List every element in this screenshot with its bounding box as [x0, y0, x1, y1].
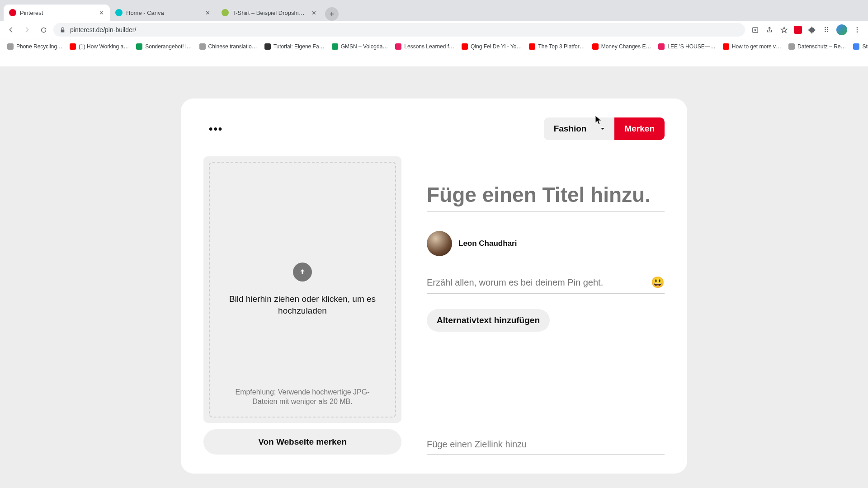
bookmark-label: The Top 3 Platfor… — [538, 43, 585, 50]
more-options-button[interactable]: ••• — [203, 122, 223, 135]
bookmark-favicon-icon — [592, 43, 599, 50]
board-name: Fashion — [554, 124, 587, 134]
bookmark-label: Qing Fei De Yi - Yo… — [471, 43, 522, 50]
favicon-icon — [9, 9, 16, 16]
back-button[interactable] — [5, 23, 17, 36]
browser-tab[interactable]: T-Shirt – Beispiel Dropshippin… ✕ — [216, 5, 322, 21]
favicon-icon — [222, 9, 229, 16]
save-from-web-button[interactable]: Von Webseite merken — [203, 429, 401, 455]
close-icon[interactable]: ✕ — [98, 9, 104, 16]
address-bar-row: pinterest.de/pin-builder/ ⠿ — [0, 21, 868, 39]
bookmark-item[interactable]: Lessons Learned f… — [392, 41, 457, 52]
title-input[interactable] — [427, 183, 665, 212]
page-canvas: ••• Fashion Merken Bild hierhin ziehen o… — [0, 67, 868, 488]
bookmark-item[interactable]: The Top 3 Platfor… — [526, 41, 587, 52]
install-icon[interactable] — [750, 25, 760, 34]
avatar[interactable] — [427, 231, 452, 256]
card-header: ••• Fashion Merken — [203, 117, 665, 140]
alt-text-button[interactable]: Alternativtext hinzufügen — [427, 309, 550, 332]
bookmark-favicon-icon — [136, 43, 142, 50]
bookmark-label: Chinese translatio… — [208, 43, 257, 50]
bookmark-favicon-icon — [264, 43, 271, 50]
favicon-icon — [115, 9, 123, 16]
star-icon[interactable] — [779, 25, 788, 34]
kebab-icon[interactable] — [853, 25, 862, 34]
toolbar-right: ⠿ — [749, 24, 863, 35]
bookmark-label: LEE 'S HOUSE—… — [667, 43, 715, 50]
reload-button[interactable] — [37, 23, 50, 36]
bookmark-item[interactable]: (1) How Working a… — [67, 41, 132, 52]
upload-icon — [293, 263, 312, 282]
svg-point-1 — [857, 27, 858, 28]
tab-title: Pinterest — [20, 9, 94, 16]
svg-point-3 — [857, 31, 858, 33]
bookmark-label: (1) How Working a… — [79, 43, 129, 50]
dropzone[interactable]: Bild hierhin ziehen oder klicken, um es … — [203, 156, 401, 423]
bookmark-item[interactable]: Datenschutz – Re… — [786, 41, 849, 52]
author-name: Leon Chaudhari — [458, 239, 517, 248]
bookmark-item[interactable]: LEE 'S HOUSE—… — [656, 41, 718, 52]
destination-link-input[interactable] — [427, 439, 665, 455]
bookmark-label: Phone Recycling… — [16, 43, 62, 50]
tab-title: Home - Canva — [126, 9, 201, 16]
forward-button[interactable] — [21, 23, 33, 36]
bookmark-item[interactable]: Sonderangebot! l… — [133, 41, 194, 52]
board-select[interactable]: Fashion — [544, 117, 615, 140]
browser-tab-active[interactable]: Pinterest ✕ — [4, 5, 110, 21]
bookmark-item[interactable]: Phone Recycling… — [5, 41, 65, 52]
close-icon[interactable]: ✕ — [204, 9, 211, 16]
bookmark-item[interactable]: How to get more v… — [720, 41, 784, 52]
bookmark-favicon-icon — [332, 43, 338, 50]
new-tab-button[interactable] — [325, 7, 339, 21]
bookmark-item[interactable]: Chinese translatio… — [197, 41, 260, 52]
details-column: Leon Chaudhari 😃 Alternativtext hinzufüg… — [427, 156, 665, 455]
close-icon[interactable]: ✕ — [311, 9, 317, 16]
lock-icon — [60, 27, 66, 33]
bookmark-favicon-icon — [853, 43, 859, 50]
bookmark-label: Tutorial: Eigene Fa… — [274, 43, 325, 50]
page-header-strip — [0, 53, 868, 67]
bookmark-item[interactable]: GMSN – Vologda… — [329, 41, 391, 52]
chevron-down-icon — [599, 125, 606, 132]
pinterest-ext-icon[interactable] — [794, 26, 802, 34]
share-icon[interactable] — [765, 25, 774, 34]
bookmark-label: GMSN – Vologda… — [341, 43, 388, 50]
bookmark-item[interactable]: Student Wants an… — [850, 41, 868, 52]
bookmark-label: How to get more v… — [732, 43, 781, 50]
bookmark-label: Lessons Learned f… — [404, 43, 454, 50]
address-bar[interactable]: pinterest.de/pin-builder/ — [53, 23, 745, 37]
tab-title: T-Shirt – Beispiel Dropshippin… — [232, 9, 307, 16]
bookmark-favicon-icon — [723, 43, 729, 50]
bookmark-favicon-icon — [70, 43, 76, 50]
description-input[interactable] — [427, 277, 646, 288]
bookmark-label: Sonderangebot! l… — [145, 43, 192, 50]
bookmark-label: Datenschutz – Re… — [797, 43, 846, 50]
extension-icon[interactable] — [807, 25, 816, 34]
bookmark-item[interactable]: Qing Fei De Yi - Yo… — [459, 41, 524, 52]
bookmark-favicon-icon — [529, 43, 535, 50]
save-button[interactable]: Merken — [614, 117, 665, 140]
bookmark-item[interactable]: Tutorial: Eigene Fa… — [262, 41, 327, 52]
menu-ext-icon[interactable]: ⠿ — [822, 25, 831, 34]
card-body: Bild hierhin ziehen oder klicken, um es … — [203, 156, 665, 455]
tab-strip: Pinterest ✕ Home - Canva ✕ T-Shirt – Bei… — [0, 0, 868, 21]
description-row: 😃 — [427, 276, 665, 294]
dropzone-hint: Empfehlung: Verwende hochwertige JPG-Dat… — [223, 388, 382, 407]
dropzone-text: Bild hierhin ziehen oder klicken, um es … — [223, 293, 382, 316]
browser-chrome: Pinterest ✕ Home - Canva ✕ T-Shirt – Bei… — [0, 0, 868, 53]
board-save-group: Fashion Merken — [544, 117, 665, 140]
bookmark-label: Money Changes E… — [601, 43, 651, 50]
bookmark-favicon-icon — [788, 43, 795, 50]
bookmark-item[interactable]: Money Changes E… — [590, 41, 654, 52]
profile-avatar-icon[interactable] — [836, 24, 847, 35]
upload-column: Bild hierhin ziehen oder klicken, um es … — [203, 156, 401, 455]
bookmark-favicon-icon — [462, 43, 468, 50]
browser-tab[interactable]: Home - Canva ✕ — [110, 5, 216, 21]
bookmark-label: Student Wants an… — [862, 43, 868, 50]
url-text: pinterest.de/pin-builder/ — [70, 26, 136, 33]
emoji-icon[interactable]: 😃 — [651, 276, 665, 289]
bookmark-favicon-icon — [395, 43, 401, 50]
bookmark-favicon-icon — [7, 43, 14, 50]
author-row: Leon Chaudhari — [427, 231, 665, 256]
dropzone-inner: Bild hierhin ziehen oder klicken, um es … — [209, 162, 396, 418]
